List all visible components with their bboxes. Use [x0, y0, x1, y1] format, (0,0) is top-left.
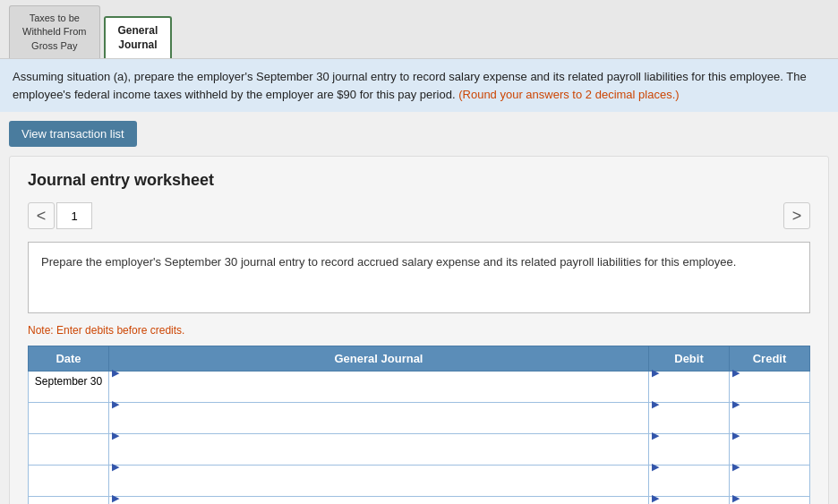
header-debit: Debit — [649, 346, 730, 372]
journal-input-3[interactable] — [109, 473, 648, 503]
credit-input-1[interactable] — [730, 410, 809, 440]
journal-arrow-icon-4: ▶ — [109, 492, 119, 503]
credit-arrow-icon-4: ▶ — [730, 492, 740, 503]
date-cell-1 — [29, 403, 109, 434]
debit-arrow-icon-0: ▶ — [649, 367, 659, 378]
view-transaction-button[interactable]: View transaction list — [9, 121, 137, 147]
journal-input-1[interactable] — [109, 410, 648, 440]
debit-arrow-icon-3: ▶ — [649, 461, 659, 472]
journal-arrow-icon-2: ▶ — [109, 430, 119, 440]
debit-input-0[interactable] — [649, 379, 729, 409]
entry-description: Prepare the employer's September 30 jour… — [28, 242, 810, 313]
nav-row: < 1 > — [28, 202, 810, 229]
table-header-row: Date General Journal Debit Credit — [29, 346, 810, 372]
date-cell-4 — [29, 497, 109, 504]
credit-arrow-icon-3: ▶ — [730, 461, 740, 472]
header-date: Date — [29, 346, 109, 372]
journal-table: Date General Journal Debit Credit Septem… — [28, 346, 810, 504]
credit-input-2[interactable] — [730, 441, 809, 472]
journal-arrow-icon-0: ▶ — [109, 367, 119, 378]
info-highlight: (Round your answers to 2 decimal places.… — [458, 88, 679, 101]
debit-arrow-icon-1: ▶ — [649, 398, 659, 409]
prev-arrow[interactable]: < — [28, 202, 55, 229]
tab-bar: Taxes to be Withheld From Gross Pay Gene… — [0, 0, 838, 59]
journal-cell-0[interactable]: ▶ — [109, 372, 649, 403]
journal-arrow-icon-3: ▶ — [109, 461, 119, 472]
credit-arrow-icon-0: ▶ — [730, 367, 740, 378]
header-general-journal: General Journal — [109, 346, 649, 372]
header-credit: Credit — [730, 346, 810, 372]
worksheet-container: Journal entry worksheet < 1 > Prepare th… — [9, 156, 829, 504]
info-text: Assuming situation (a), prepare the empl… — [13, 70, 807, 101]
date-cell-2 — [29, 434, 109, 466]
journal-arrow-icon-1: ▶ — [109, 398, 119, 409]
next-arrow[interactable]: > — [783, 202, 810, 229]
page-number: 1 — [56, 202, 92, 229]
journal-input-2[interactable] — [109, 441, 648, 472]
tab-taxes[interactable]: Taxes to be Withheld From Gross Pay — [9, 5, 100, 58]
debit-input-3[interactable] — [649, 473, 729, 503]
table-row: September 30▶▶▶ — [29, 372, 810, 403]
date-cell-0: September 30 — [29, 372, 109, 403]
debit-cell-0[interactable]: ▶ — [649, 372, 730, 403]
info-box: Assuming situation (a), prepare the empl… — [0, 59, 838, 112]
date-cell-3 — [29, 466, 109, 497]
debit-input-2[interactable] — [649, 441, 729, 472]
debit-arrow-icon-2: ▶ — [649, 430, 659, 440]
credit-input-0[interactable] — [730, 379, 809, 409]
credit-input-3[interactable] — [730, 473, 809, 503]
tab-general-journal[interactable]: GeneralJournal — [104, 16, 173, 59]
note-text: Note: Enter debits before credits. — [28, 324, 810, 337]
credit-cell-0[interactable]: ▶ — [730, 372, 810, 403]
journal-input-0[interactable] — [109, 379, 648, 409]
credit-arrow-icon-2: ▶ — [730, 430, 740, 440]
worksheet-title: Journal entry worksheet — [28, 171, 810, 190]
debit-input-1[interactable] — [649, 410, 729, 440]
credit-arrow-icon-1: ▶ — [730, 398, 740, 409]
debit-arrow-icon-4: ▶ — [649, 492, 659, 503]
